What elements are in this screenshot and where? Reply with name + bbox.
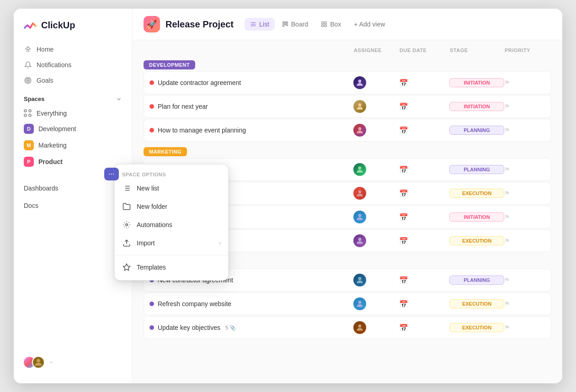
user-area[interactable] (14, 350, 132, 374)
avatar-photo (32, 356, 45, 369)
stage-badge: PLANNING (449, 275, 504, 285)
templates-icon (122, 263, 131, 272)
context-menu: SPACE OPTIONS New list New folder Automa… (114, 164, 229, 281)
clickup-logo-icon (23, 18, 37, 32)
avatar-group (23, 356, 45, 369)
task-name-cell: How to manage event planning (149, 127, 353, 134)
due-date-cell[interactable]: 📅 (399, 102, 449, 111)
stage-badge: EXECUTION (449, 236, 504, 245)
menu-item-import-label: Import (137, 239, 155, 247)
col-duedate: DUE DATE (400, 48, 450, 53)
due-date-cell[interactable]: 📅 (399, 237, 449, 245)
due-date-cell[interactable]: 📅 (399, 126, 449, 135)
task-name-cell: Update key objectives 5 📎 (149, 324, 353, 331)
priority-cell: ⚑ (504, 127, 545, 134)
due-date-cell[interactable]: 📅 (399, 79, 449, 87)
menu-section-label: SPACE OPTIONS (115, 168, 228, 179)
table-row[interactable]: Update contractor agreement 📅 INITIATION… (144, 71, 551, 94)
menu-item-import[interactable]: Import › (115, 234, 228, 252)
sidebar-item-marketing[interactable]: M Marketing (14, 137, 132, 154)
menu-item-new-list[interactable]: New list (115, 179, 228, 197)
development-badge: D (24, 124, 34, 134)
due-date-cell[interactable]: 📅 (399, 300, 449, 308)
due-date-cell[interactable]: 📅 (399, 276, 449, 285)
svg-rect-16 (283, 22, 284, 27)
stage-badge: INITIATION (449, 78, 504, 87)
menu-divider (115, 255, 228, 255)
sidebar-item-development[interactable]: D Development (14, 121, 132, 137)
task-assignee (353, 297, 366, 310)
stage-badge: INITIATION (449, 102, 504, 111)
stage-badge: INITIATION (449, 212, 504, 222)
table-row[interactable]: Plan for next year 📅 INITIATION ⚑ (144, 95, 551, 118)
due-date-cell[interactable]: 📅 (399, 165, 449, 174)
tab-board[interactable]: Board (277, 18, 314, 31)
logo-area[interactable]: ClickUp (14, 18, 132, 42)
task-assignee (353, 163, 366, 176)
stage-badge: EXECUTION (449, 189, 504, 198)
svg-point-28 (358, 214, 362, 217)
menu-item-templates-label: Templates (137, 264, 166, 271)
sidebar-item-goals-label: Goals (37, 77, 53, 84)
menu-item-templates[interactable]: Templates (115, 258, 228, 276)
product-badge: P (24, 157, 34, 167)
box-view-icon (321, 21, 327, 27)
sidebar-item-notifications[interactable]: Notifications (19, 57, 127, 73)
target-icon (24, 76, 32, 85)
sidebar-item-goals[interactable]: Goals (19, 73, 127, 88)
chevron-down-icon[interactable] (116, 96, 122, 102)
priority-cell: ⚑ (504, 324, 545, 331)
due-date-cell[interactable]: 📅 (399, 323, 449, 332)
tab-list[interactable]: List (245, 18, 275, 31)
table-row[interactable]: Update key objectives 5 📎 📅 EXECUTION ⚑ (144, 316, 551, 339)
sidebar-item-everything[interactable]: Everything (14, 106, 132, 121)
list-icon (122, 184, 131, 193)
sidebar-item-home[interactable]: Home (19, 42, 127, 57)
priority-cell: ⚑ (504, 276, 545, 284)
task-name-cell: Update contractor agreement (149, 79, 353, 86)
svg-point-1 (26, 79, 30, 82)
app-container: ClickUp Home Notifications Goals (14, 9, 562, 383)
main-header: 🚀 Release Project List Board Box + Add v… (133, 9, 562, 40)
home-icon (24, 45, 32, 53)
task-dot (149, 325, 154, 330)
task-assignee (353, 100, 366, 113)
menu-item-new-list-label: New list (137, 185, 159, 192)
svg-point-27 (358, 190, 362, 193)
task-name: Update key objectives (158, 324, 220, 331)
col-task (162, 48, 354, 53)
priority-cell: ⚑ (504, 213, 545, 221)
add-view-button[interactable]: + Add view (348, 18, 390, 31)
svg-point-3 (37, 359, 40, 362)
menu-item-automations[interactable]: Automations (115, 216, 228, 234)
sidebar-item-product-label: Product (38, 158, 63, 165)
col-assignee: ASSIGNEE (354, 48, 400, 53)
table-row[interactable]: Refresh company website 📅 EXECUTION ⚑ (144, 292, 551, 315)
svg-point-23 (358, 79, 362, 83)
space-options-trigger[interactable]: ··· (104, 168, 119, 180)
sidebar-item-marketing-label: Marketing (38, 142, 66, 149)
tab-box[interactable]: Box (315, 18, 347, 31)
table-column-headers: ASSIGNEE DUE DATE STAGE PRIORITY (144, 48, 551, 57)
sidebar-item-dashboards-label: Dashboards (24, 185, 59, 192)
stage-badge: PLANNING (449, 126, 504, 135)
tab-board-label: Board (291, 21, 308, 28)
due-date-cell[interactable]: 📅 (399, 213, 449, 222)
import-arrow-icon: › (219, 240, 221, 246)
col-stage: STAGE (450, 48, 505, 53)
folder-icon (122, 202, 131, 211)
section-marketing-header: MARKETING (144, 147, 551, 156)
task-badge-count: 5 📎 (224, 325, 236, 331)
view-tabs: List Board Box + Add view (245, 18, 390, 31)
svg-point-24 (358, 103, 362, 106)
menu-item-new-folder[interactable]: New folder (115, 197, 228, 216)
svg-point-29 (358, 238, 362, 241)
task-assignee (353, 124, 366, 137)
task-dot (149, 128, 154, 132)
development-section-badge: DEVELOPMENT (144, 60, 195, 69)
import-icon (122, 238, 131, 248)
svg-point-30 (358, 277, 362, 280)
spaces-label: Spaces (24, 95, 45, 102)
due-date-cell[interactable]: 📅 (399, 189, 449, 198)
table-row[interactable]: How to manage event planning 📅 PLANNING … (144, 119, 551, 142)
